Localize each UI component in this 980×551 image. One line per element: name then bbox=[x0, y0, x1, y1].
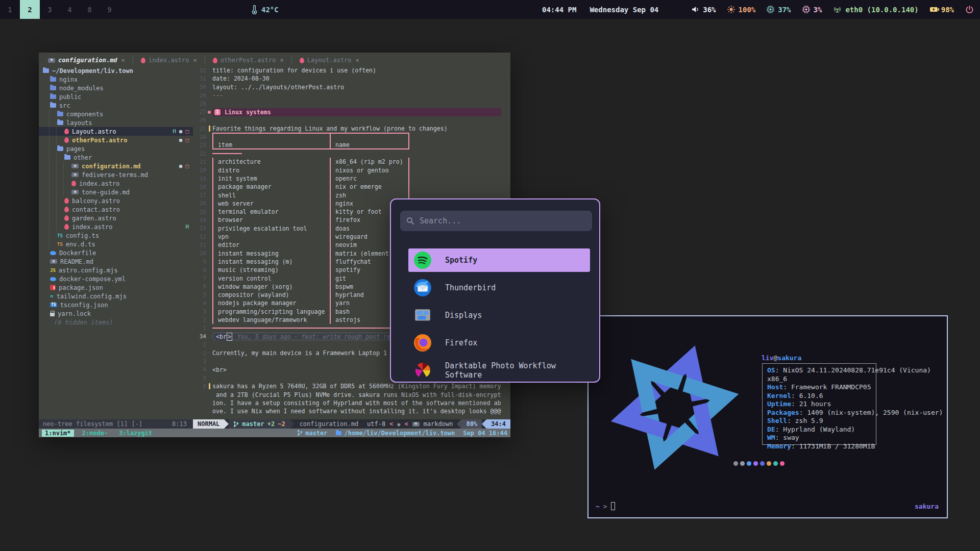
tree-item[interactable]: Dockerfile bbox=[39, 248, 193, 257]
statusline-filename: configuration.md bbox=[295, 420, 359, 428]
tree-item[interactable]: garden.astro bbox=[39, 214, 193, 222]
tab-close-icon[interactable]: × bbox=[121, 57, 125, 64]
tree-item[interactable]: nginx bbox=[39, 75, 193, 84]
git-branch-icon bbox=[297, 430, 303, 436]
tree-item[interactable]: balcony.astro bbox=[39, 196, 193, 205]
volume-module[interactable]: 36% bbox=[692, 6, 716, 14]
launcher-item-label: Displays bbox=[445, 311, 482, 320]
md-icon: M bbox=[71, 172, 79, 177]
nixos-logo bbox=[596, 323, 754, 492]
tree-item[interactable]: TStsconfig.json bbox=[39, 300, 193, 309]
tree-item-label: layouts bbox=[66, 119, 92, 127]
line-number: 20 bbox=[193, 167, 206, 173]
tree-item[interactable]: pages bbox=[39, 144, 193, 153]
fetch-field: OS: NixOS 24.11.20240828.71e91c4 (Vicuna… bbox=[767, 366, 947, 383]
tree-item[interactable]: components bbox=[39, 110, 193, 118]
gpu-icon bbox=[802, 6, 810, 13]
line-number: 22 bbox=[193, 151, 206, 157]
workspace-1[interactable]: 1 bbox=[0, 0, 20, 19]
tree-item-label: otherPost.astro bbox=[72, 137, 127, 144]
launcher-item-Darktable Photo Workflow Software[interactable]: Darktable Photo Workflow Software bbox=[408, 359, 590, 382]
line-number: 34 bbox=[193, 333, 206, 340]
tmux-window-2:node-[interactable]: 2:node- bbox=[79, 430, 111, 437]
temperature-module: 42°C bbox=[251, 5, 279, 14]
tree-item[interactable]: Mconfiguration.md●□ bbox=[39, 162, 193, 170]
neotree-panel[interactable]: ~/Development/liv.townnginxnode_modulesp… bbox=[39, 65, 193, 419]
tree-item[interactable]: TSconfig.ts bbox=[39, 231, 193, 240]
tree-item[interactable]: otherPost.astro●□ bbox=[39, 136, 193, 144]
tab-close-icon[interactable]: × bbox=[280, 57, 283, 64]
workspace-3[interactable]: 3 bbox=[40, 0, 60, 19]
tmux-clock: Sep 04 16:44 bbox=[463, 430, 507, 437]
tab-close-icon[interactable]: × bbox=[193, 57, 197, 64]
fetch-terminal-window[interactable]: liv@sakura OS: NixOS 24.11.20240828.71e9… bbox=[587, 315, 948, 518]
table-cell-item: item bbox=[213, 141, 331, 148]
scroll-percent: 80% bbox=[461, 419, 482, 429]
tab-Layout.astro[interactable]: Layout.astro× bbox=[296, 57, 363, 64]
table-cell-item: terminal emulator bbox=[213, 208, 331, 216]
terminal-cursor bbox=[611, 502, 615, 510]
line-number: 30 bbox=[193, 84, 206, 90]
tmux-window-1:nvim*[interactable]: 1:nvim* bbox=[42, 430, 74, 437]
tree-item[interactable]: TSenv.d.ts bbox=[39, 240, 193, 248]
tree-item[interactable]: package.json bbox=[39, 283, 193, 292]
tab-index.astro[interactable]: index.astro× bbox=[137, 57, 201, 64]
tmux-window-3:lazygit[interactable]: 3:lazygit bbox=[116, 430, 155, 437]
workspace-2[interactable]: 2 bbox=[20, 0, 40, 19]
workspace-8[interactable]: 8 bbox=[80, 0, 100, 19]
tree-item[interactable]: src bbox=[39, 101, 193, 110]
line-number: 23 bbox=[193, 142, 206, 148]
tree-item[interactable]: index.astro bbox=[39, 179, 193, 188]
tree-item[interactable]: public bbox=[39, 92, 193, 101]
tree-item[interactable]: Mfediverse-terms.md bbox=[39, 170, 193, 179]
tree-item[interactable]: layouts bbox=[39, 118, 193, 127]
tree-item[interactable]: ≈tailwind.config.mjs bbox=[39, 292, 193, 300]
shell-prompt[interactable]: ~ > bbox=[596, 502, 615, 510]
workspace-9[interactable]: 9 bbox=[100, 0, 119, 19]
tree-item[interactable]: docker-compose.yml bbox=[39, 274, 193, 283]
tree-item-label: index.astro bbox=[72, 223, 112, 231]
brightness-module: 100% bbox=[727, 6, 756, 14]
tree-item[interactable]: (6 hidden items) bbox=[39, 318, 193, 327]
table-row: browserfirefox bbox=[212, 216, 409, 224]
tree-item[interactable]: node_modules bbox=[39, 84, 193, 92]
fetch-field: Kernel: 6.10.6 bbox=[767, 392, 947, 400]
tree-item[interactable]: ~/Development/liv.town bbox=[39, 66, 193, 75]
power-module[interactable] bbox=[965, 5, 974, 14]
tree-item[interactable]: contact.astro bbox=[39, 205, 193, 214]
tree-item[interactable]: Layout.astroH●□ bbox=[39, 127, 193, 136]
line-number: 14 bbox=[193, 217, 206, 223]
launcher-item-Thunderbird[interactable]: Thunderbird bbox=[408, 276, 590, 299]
workspaces: 123489 bbox=[0, 0, 119, 19]
launcher-item-Firefox[interactable]: Firefox bbox=[408, 331, 590, 355]
fetch-field-colon: : bbox=[787, 417, 795, 424]
folder-icon bbox=[50, 94, 56, 99]
launcher-item-Spotify[interactable]: Spotify bbox=[408, 248, 590, 272]
tree-item[interactable]: JSastro.config.mjs bbox=[39, 266, 193, 274]
tree-item[interactable]: yarn.lock bbox=[39, 309, 193, 318]
launcher-search[interactable] bbox=[400, 211, 592, 231]
docker-icon bbox=[50, 251, 56, 255]
fetch-field-value: zsh 5.9 bbox=[795, 417, 823, 424]
tree-item[interactable]: Mtone-guide.md bbox=[39, 188, 193, 196]
indent-guide bbox=[49, 231, 50, 240]
workspace-4[interactable]: 4 bbox=[60, 0, 80, 19]
tree-item-label: configuration.md bbox=[82, 163, 141, 170]
line-content: layout: ../../layouts/otherPost.astro bbox=[212, 84, 510, 91]
search-input[interactable] bbox=[420, 216, 573, 226]
editor-line: 28 bbox=[193, 99, 510, 108]
tab-close-icon[interactable]: × bbox=[356, 57, 359, 64]
table-cell-item: privilege escalation tool bbox=[213, 224, 331, 233]
tree-item[interactable]: MREADME.md bbox=[39, 257, 193, 266]
tree-item[interactable]: index.astroH bbox=[39, 222, 193, 231]
git-status-segment: master +2 ~2 bbox=[229, 419, 289, 429]
palette-dot bbox=[767, 461, 771, 466]
launcher-item-Displays[interactable]: Displays bbox=[408, 304, 590, 327]
line-number: 4 bbox=[193, 366, 206, 373]
line-number: 19 bbox=[193, 176, 206, 182]
tree-item[interactable]: other bbox=[39, 153, 193, 162]
status-mark: H bbox=[185, 223, 189, 230]
tab-configuration.md[interactable]: Mconfiguration.md× bbox=[44, 57, 129, 64]
status-mark: ● bbox=[179, 137, 183, 143]
tab-otherPost.astro[interactable]: otherPost.astro× bbox=[209, 57, 288, 64]
